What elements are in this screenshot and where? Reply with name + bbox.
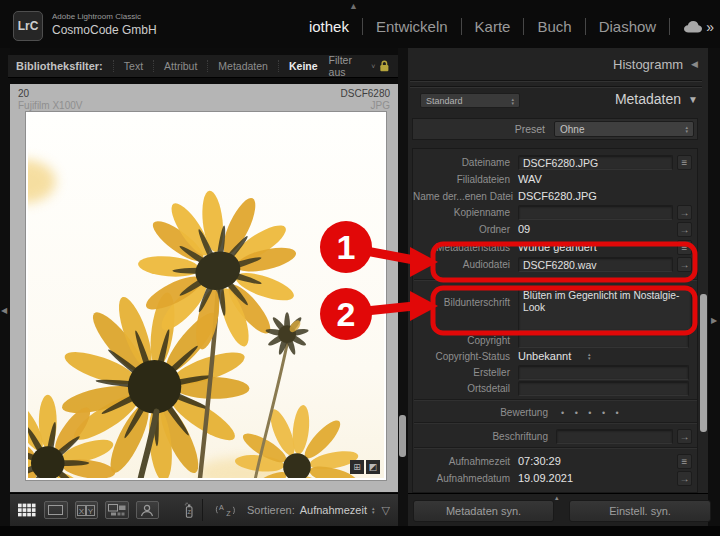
spinner-icon: ▴▾ bbox=[685, 125, 688, 133]
field-separator bbox=[414, 399, 697, 401]
filter-tab-text[interactable]: Text bbox=[113, 60, 153, 72]
spinner-icon[interactable]: ▴▾ bbox=[588, 352, 591, 360]
grid-view-icon[interactable] bbox=[18, 502, 37, 518]
svg-text:Y: Y bbox=[88, 506, 94, 515]
arrow-icon[interactable]: → bbox=[677, 222, 692, 237]
field-folder: Ordner 09 → bbox=[413, 222, 697, 237]
module-book[interactable]: Buch bbox=[537, 18, 571, 35]
arrow-icon[interactable]: → bbox=[677, 205, 692, 220]
module-slideshow[interactable]: Diashow bbox=[599, 18, 657, 35]
filter-lock-icon[interactable] bbox=[379, 59, 390, 73]
top-panel-collapse-icon[interactable]: ▲ bbox=[349, 1, 358, 11]
loupe-view-icon[interactable] bbox=[44, 501, 68, 519]
arrow-icon[interactable]: → bbox=[677, 471, 692, 486]
field-copy-name: Kopienname → bbox=[413, 205, 697, 220]
field-exported-name: Name der...enen Datei DSCF6280.JPG bbox=[413, 189, 697, 204]
right-panel-collapse-icon[interactable]: ▶ bbox=[711, 316, 717, 325]
module-library[interactable]: iothek bbox=[309, 18, 349, 35]
cell-header: 20 Fujifilm X100V DSCF6280 JPG bbox=[18, 88, 390, 111]
field-separator bbox=[414, 422, 697, 424]
field-filename: Dateiname DSCF6280.JPG ≡ bbox=[413, 155, 697, 170]
filter-status-label: Filter aus bbox=[329, 54, 368, 78]
filter-preset-dropdown[interactable]: Filter aus ˅ bbox=[329, 54, 390, 78]
menu-icon[interactable]: ≡ bbox=[677, 155, 692, 170]
filename-input[interactable]: DSCF6280.JPG bbox=[518, 155, 673, 170]
metadata-view-value: Standard bbox=[426, 96, 463, 106]
module-separator bbox=[461, 18, 462, 35]
arrow-icon[interactable]: → bbox=[677, 429, 692, 444]
thumbnail-size-dropdown-icon[interactable]: ▽ bbox=[382, 504, 390, 517]
module-map[interactable]: Karte bbox=[475, 18, 511, 35]
spinner-icon: ▴▾ bbox=[511, 97, 514, 105]
field-metadata-status: Metadatenstatus Wurde geändert ≡ bbox=[413, 240, 697, 255]
menu-icon[interactable]: ≡ bbox=[677, 240, 692, 255]
filter-bar-label: Bibliotheksfilter: bbox=[16, 60, 103, 72]
histogram-collapse-icon[interactable]: ◀ bbox=[691, 59, 698, 69]
preset-dropdown[interactable]: Ohne ▴▾ bbox=[554, 121, 694, 137]
svg-text:Z: Z bbox=[227, 510, 232, 518]
cell-index: 20 bbox=[18, 88, 82, 99]
sort-value: Aufnahmezeit bbox=[300, 504, 367, 516]
lightroom-window: ▲ LrC Adobe Lightroom Classic CosmoCode … bbox=[0, 0, 720, 536]
people-view-icon[interactable] bbox=[136, 501, 160, 519]
copy-name-input[interactable] bbox=[518, 205, 673, 220]
panel-divider bbox=[410, 80, 702, 82]
spinner-icon: ▴▾ bbox=[372, 506, 375, 514]
label-input[interactable] bbox=[556, 429, 673, 444]
location-input[interactable] bbox=[518, 381, 689, 396]
menu-icon[interactable]: ≡ bbox=[677, 454, 692, 469]
svg-text:Z: Z bbox=[188, 509, 192, 515]
metadata-preset-row: Preset Ohne ▴▾ bbox=[412, 118, 698, 140]
copyright-input[interactable] bbox=[518, 333, 689, 348]
sync-metadata-button[interactable]: Metadaten syn. bbox=[413, 500, 554, 522]
filter-tab-attribute[interactable]: Attribut bbox=[153, 60, 207, 72]
svg-text:X: X bbox=[79, 506, 85, 515]
metadata-panel-title[interactable]: Metadaten ▼ bbox=[615, 91, 698, 107]
right-edge-strip[interactable]: ▶ bbox=[708, 48, 720, 526]
sort-direction-icon[interactable]: A Z bbox=[215, 501, 236, 519]
caret-down-icon: ˅ bbox=[371, 63, 375, 70]
rating-dots[interactable]: • • • • • bbox=[561, 408, 619, 418]
sync-status[interactable]: » bbox=[683, 19, 714, 35]
field-audio-file: Audiodatei DSCF6280.wav → bbox=[413, 257, 697, 272]
catalog-name: CosmoCode GmbH bbox=[52, 23, 157, 37]
caption-textarea[interactable]: Blüten im Gegenlicht im Nostalgie-Look bbox=[518, 286, 692, 331]
crop-badge-icon[interactable]: ⊞ bbox=[350, 460, 364, 474]
sync-button-bar: ▴ Metadaten syn. Einstell. syn. bbox=[408, 493, 708, 526]
metadata-section-header[interactable]: Standard ▴▾ Metadaten ▼ bbox=[408, 90, 698, 112]
field-separator bbox=[414, 279, 697, 281]
filter-tab-none[interactable]: Keine bbox=[278, 60, 328, 72]
filter-tab-metadata[interactable]: Metadaten bbox=[207, 60, 278, 72]
left-panel-expand-icon[interactable]: ◀ bbox=[1, 306, 7, 315]
arrow-icon[interactable]: → bbox=[677, 257, 692, 272]
panel-scrollbar-handle[interactable] bbox=[700, 294, 707, 432]
histogram-header[interactable]: Histogramm ◀ bbox=[408, 54, 698, 74]
module-picker: iothek Entwickeln Karte Buch Diashow » bbox=[309, 18, 714, 35]
adjustment-badge-icon[interactable]: ◩ bbox=[366, 460, 380, 474]
survey-view-icon[interactable] bbox=[105, 501, 129, 519]
module-separator bbox=[585, 18, 586, 35]
sort-dropdown[interactable]: Sortieren: Aufnahmezeit ▴▾ bbox=[247, 504, 374, 516]
module-develop[interactable]: Entwickeln bbox=[376, 18, 448, 35]
metadata-view-dropdown[interactable]: Standard ▴▾ bbox=[420, 93, 520, 108]
right-panel: Histogramm ◀ Standard ▴▾ Metadaten ▼ Pre… bbox=[408, 48, 708, 526]
field-label: Beschriftung → bbox=[413, 429, 697, 444]
cell-filetype: JPG bbox=[341, 100, 390, 111]
compare-view-icon[interactable]: X Y bbox=[75, 501, 99, 519]
cell-filename: DSCF6280 bbox=[341, 88, 390, 99]
painter-spray-icon[interactable]: Z bbox=[184, 500, 194, 520]
module-separator bbox=[523, 18, 524, 35]
sync-settings-button[interactable]: Einstell. syn. bbox=[569, 500, 711, 522]
cloud-icon bbox=[683, 20, 703, 33]
bottom-panel-collapse-icon[interactable]: ▴ bbox=[555, 494, 559, 502]
library-filter-bar: Bibliotheksfilter: Text Attribut Metadat… bbox=[8, 55, 398, 78]
photo-thumbnail[interactable]: ⊞ ◩ bbox=[25, 111, 387, 481]
grid-thumbnail-cell[interactable]: 20 Fujifilm X100V DSCF6280 JPG ⊞ ◩ bbox=[10, 84, 398, 492]
left-panel-collapsed[interactable]: ◀ bbox=[0, 48, 10, 526]
grid-scrollbar-handle[interactable] bbox=[399, 415, 406, 457]
creator-input[interactable] bbox=[518, 365, 689, 380]
audio-file-input[interactable]: DSCF6280.wav bbox=[518, 257, 673, 272]
field-caption: Bildunterschrift Blüten im Gegenlicht im… bbox=[413, 286, 697, 332]
library-toolbar: X Y Z A Z bbox=[10, 493, 398, 526]
app-title: Adobe Lightroom Classic CosmoCode GmbH bbox=[52, 12, 157, 37]
